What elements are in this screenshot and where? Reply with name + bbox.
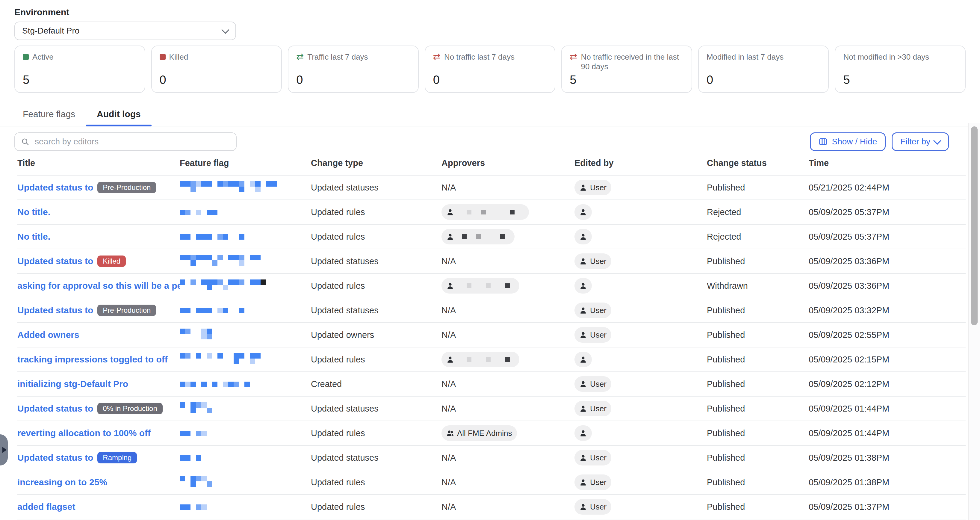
audit-entry-link[interactable]: increasing on to 25% [18, 477, 107, 487]
audit-entry-link[interactable]: Updated status to [18, 183, 93, 192]
audit-entry-link[interactable]: Updated status to [18, 256, 93, 266]
audit-entry-link[interactable]: Updated status to [18, 305, 93, 315]
stat-card: Killed0 [151, 46, 282, 93]
table-row: increasing on to 25%Updated rulesN/AUser… [18, 470, 966, 495]
edited-by-chip[interactable]: User [574, 499, 611, 515]
audit-entry-link[interactable]: Updated status to [18, 404, 93, 413]
approver-chip-redacted[interactable] [441, 204, 529, 220]
edited-by-chip[interactable]: User [574, 302, 611, 318]
filter-by-button[interactable]: Filter by [892, 132, 949, 151]
person-icon [579, 380, 587, 388]
edited-by-chip[interactable]: User [574, 327, 611, 343]
search-input[interactable] [33, 136, 230, 147]
change-type-cell: Updated rules [311, 428, 441, 438]
killed-status-icon [160, 54, 165, 60]
stat-label: Killed [169, 52, 188, 62]
person-icon [579, 257, 587, 265]
change-status-cell: Published [707, 183, 809, 192]
edited-by-chip[interactable] [574, 278, 592, 294]
table-row: added flagsetUpdated rulesN/AUserPublish… [18, 495, 966, 519]
edited-by-cell: User [574, 376, 707, 392]
edited-by-chip[interactable]: User [574, 376, 611, 392]
approvers-cell: N/A [441, 183, 574, 192]
tab-feature-flags[interactable]: Feature flags [12, 103, 86, 126]
scrollbar-thumb[interactable] [971, 126, 978, 325]
edited-by-chip[interactable]: User [574, 450, 611, 466]
edited-by-chip[interactable] [574, 425, 592, 441]
audit-entry-link[interactable]: reverting allocation to 100% off [18, 428, 151, 438]
stat-value: 0 [296, 73, 410, 86]
edited-by-cell: User [574, 253, 707, 269]
audit-entry-link[interactable]: Added owners [18, 330, 80, 340]
table-row: Updated status toKilledUpdated statusesN… [18, 249, 966, 274]
environment-select[interactable]: Stg-Default Pro [14, 22, 236, 40]
table-row: asking for approval so this will be a pe… [18, 274, 966, 298]
stat-card: ⇄No traffic received in the last 90 days… [561, 46, 692, 93]
redacted-approver-name [457, 210, 524, 215]
feature-flag-cell [180, 502, 311, 512]
feature-flag-cell [180, 305, 311, 315]
show-hide-button[interactable]: Show / Hide [810, 132, 886, 151]
time-cell: 05/09/2025 02:55PM [809, 330, 966, 340]
audit-entry-link[interactable]: initializing stg-Default Pro [18, 379, 128, 389]
person-icon [446, 282, 454, 289]
scrollbar-track[interactable] [968, 123, 980, 520]
edited-by-chip[interactable] [574, 229, 592, 245]
stat-label: No traffic received in the last 90 days [581, 52, 684, 71]
person-icon [579, 208, 587, 216]
traffic-arrows-icon: ⇄ [296, 52, 304, 61]
status-badge: Killed [97, 256, 126, 267]
person-icon [446, 208, 454, 216]
audit-entry-link[interactable]: No title. [18, 207, 50, 217]
tab-audit-logs[interactable]: Audit logs [86, 103, 151, 126]
approver-chip-redacted[interactable] [441, 229, 515, 245]
audit-entry-link[interactable]: Updated status to [18, 453, 93, 463]
status-badge: Ramping [97, 452, 137, 463]
change-status-cell: Published [707, 453, 809, 463]
environment-value: Stg-Default Pro [22, 26, 80, 36]
change-type-cell: Updated rules [311, 355, 441, 364]
approver-chip[interactable]: All FME Admins [441, 425, 517, 441]
stat-value: 0 [706, 73, 821, 86]
approver-chip-redacted[interactable] [441, 351, 519, 367]
column-header: Change status [707, 158, 809, 168]
stat-card: ⇄No traffic last 7 days0 [425, 46, 555, 93]
stat-cards: Active5Killed0⇄Traffic last 7 days0⇄No t… [14, 46, 966, 93]
edited-by-chip[interactable]: User [574, 474, 611, 490]
sidebar-expand-handle[interactable] [0, 434, 8, 466]
audit-entry-link[interactable]: No title. [18, 232, 50, 242]
environment-label: Environment [14, 7, 966, 17]
feature-flag-cell [180, 207, 311, 217]
person-icon [579, 233, 587, 240]
approver-chip-redacted[interactable] [441, 278, 519, 294]
person-icon [579, 503, 587, 511]
audit-entry-link[interactable]: added flagset [18, 502, 75, 512]
change-status-cell: Rejected [707, 207, 809, 217]
audit-entry-link[interactable]: tracking impressions toggled to off [18, 355, 168, 364]
edited-by-cell [574, 425, 707, 441]
audit-entry-link[interactable]: asking for approval so this will be a pe [18, 281, 180, 291]
redacted-feature-flag [180, 504, 207, 510]
edited-by-chip[interactable]: User [574, 253, 611, 269]
edited-by-label: User [590, 478, 606, 487]
approvers-cell [441, 278, 574, 294]
edited-by-chip[interactable]: User [574, 401, 611, 417]
approvers-cell: N/A [441, 256, 574, 266]
feature-flag-cell [180, 353, 311, 366]
edited-by-chip[interactable] [574, 204, 592, 220]
edited-by-chip[interactable] [574, 351, 592, 367]
person-icon [579, 184, 587, 191]
feature-flag-cell [180, 428, 311, 438]
tab-bar: Feature flagsAudit logs [0, 103, 980, 126]
change-status-cell: Withdrawn [707, 281, 809, 291]
change-status-cell: Published [707, 428, 809, 438]
time-cell: 05/09/2025 03:36PM [809, 256, 966, 266]
stat-label: Modified in last 7 days [706, 52, 784, 62]
table-row: No title.Updated rulesRejected05/09/2025… [18, 225, 966, 249]
table-header-row: TitleFeature flagChange typeApproversEdi… [18, 151, 966, 175]
edited-by-chip[interactable]: User [574, 180, 611, 195]
change-type-cell: Updated statuses [311, 404, 441, 413]
search-icon [21, 137, 29, 146]
table-row: tracking impressions toggled to offUpdat… [18, 347, 966, 372]
feature-flag-cell [180, 453, 311, 463]
